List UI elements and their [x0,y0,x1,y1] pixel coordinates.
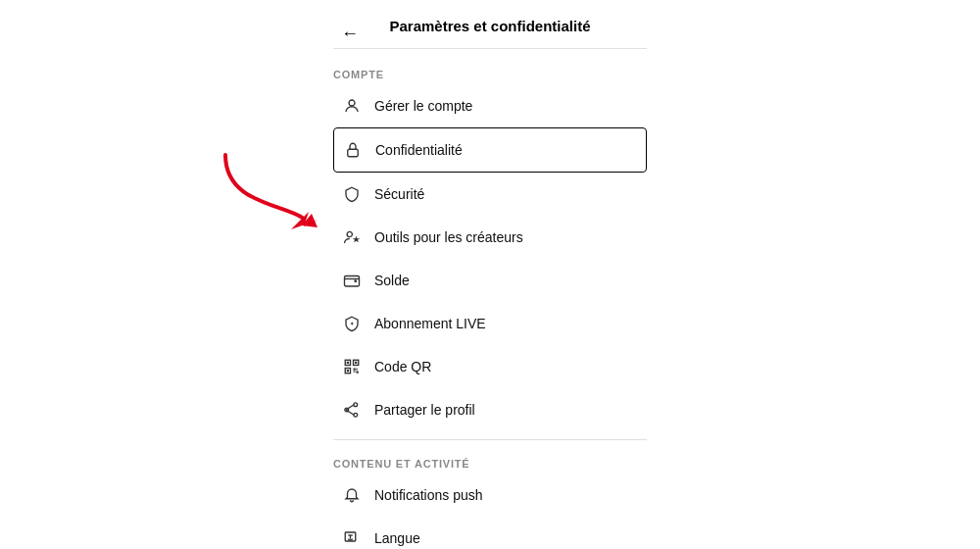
svg-rect-15 [354,372,356,373]
svg-rect-13 [354,369,356,371]
section-label-compte: COMPTE [333,59,647,84]
svg-rect-10 [347,362,349,364]
svg-point-3 [347,231,352,236]
shield-badge-icon: ✦ [341,313,363,334]
arrow-annotation [216,145,323,237]
shield-icon [341,183,363,205]
settings-panel: ← Paramètres et confidentialité COMPTE G… [333,0,647,549]
section-compte: COMPTE Gérer le compte [333,59,647,431]
translate-icon [341,527,363,549]
menu-item-securite[interactable]: Sécurité [333,173,647,216]
svg-rect-12 [347,370,349,372]
svg-text:✦: ✦ [350,321,355,326]
svg-rect-16 [357,369,358,371]
back-button[interactable]: ← [333,19,367,47]
person-star-icon [341,226,363,248]
menu-label-outils: Outils pour les créateurs [374,229,523,245]
svg-marker-0 [291,212,318,229]
page-container: ← Paramètres et confidentialité COMPTE G… [0,0,980,549]
menu-label-securite: Sécurité [374,186,424,202]
svg-rect-14 [357,372,359,374]
menu-label-confidentialite: Confidentialité [375,142,463,158]
menu-item-gerer[interactable]: Gérer le compte [333,84,647,127]
section-divider [333,439,647,440]
wallet-icon [341,270,363,291]
svg-point-1 [349,100,355,106]
menu-item-solde[interactable]: Solde [333,259,647,302]
menu-item-outils[interactable]: Outils pour les créateurs [333,216,647,259]
qr-icon [341,356,363,377]
menu-item-profil[interactable]: Partager le profil [333,388,647,431]
menu-item-qr[interactable]: Code QR [333,345,647,388]
bell-icon [341,484,363,506]
menu-item-langue[interactable]: Langue [333,517,647,549]
svg-marker-4 [353,236,361,243]
menu-label-notifications: Notifications push [374,487,483,503]
menu-label-qr: Code QR [374,359,431,374]
menu-label-langue: Langue [374,530,420,546]
menu-label-profil: Partager le profil [374,402,475,418]
person-icon [341,95,363,117]
section-label-contenu: CONTENU ET ACTIVITÉ [333,448,647,474]
share-icon [341,399,363,421]
svg-point-18 [354,413,358,417]
menu-item-abonnement[interactable]: ✦ Abonnement LIVE [333,302,647,345]
svg-rect-2 [348,149,359,157]
header: ← Paramètres et confidentialité [333,18,647,49]
menu-item-notifications[interactable]: Notifications push [333,474,647,517]
menu-label-gerer: Gérer le compte [374,98,472,114]
menu-label-abonnement: Abonnement LIVE [374,316,486,331]
lock-icon [342,139,364,161]
menu-label-solde: Solde [374,273,410,288]
svg-rect-5 [345,276,360,287]
svg-point-17 [354,403,358,407]
page-title: Paramètres et confidentialité [389,18,590,34]
svg-rect-11 [355,362,357,364]
menu-item-confidentialite[interactable]: Confidentialité [333,127,647,173]
section-contenu: CONTENU ET ACTIVITÉ Notifications push [333,448,647,549]
